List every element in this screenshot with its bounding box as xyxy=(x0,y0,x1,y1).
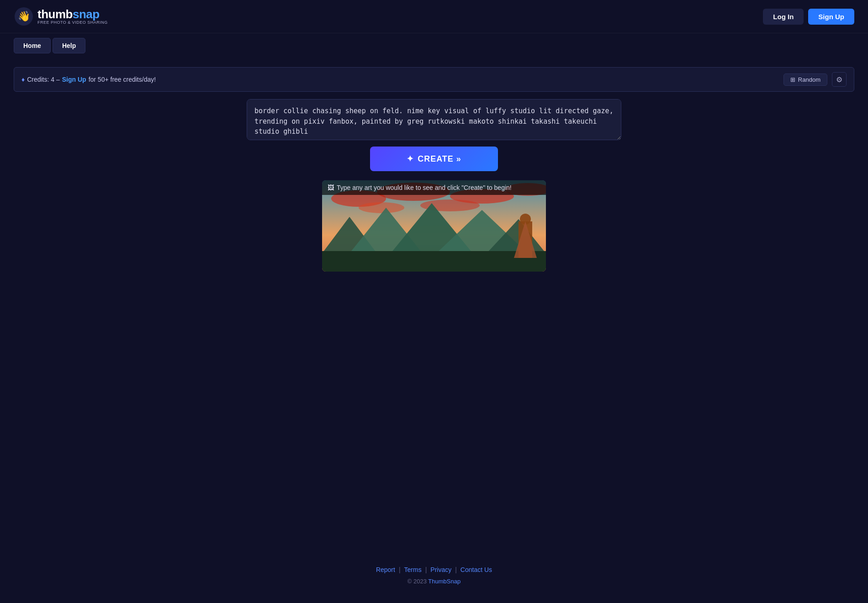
main-nav: Home Help xyxy=(0,33,868,58)
credits-prefix: Credits: 4 – xyxy=(27,76,60,83)
diamond-icon: ♦ xyxy=(21,76,25,83)
preview-area: 🖼 Type any art you would like to see and… xyxy=(322,180,546,272)
nav-help-button[interactable]: Help xyxy=(53,38,85,53)
credits-suffix: for 50+ free credits/day! xyxy=(89,76,156,83)
random-button[interactable]: ⊞ Random xyxy=(783,73,827,86)
logo-text: thumbsnap FREE PHOTO & VIDEO SHARING xyxy=(37,8,108,25)
logo-name: thumbsnap xyxy=(37,8,108,20)
create-button[interactable]: ✦ CREATE » xyxy=(370,147,498,171)
footer-link-contact[interactable]: Contact Us xyxy=(460,566,492,573)
svg-text:👋: 👋 xyxy=(18,10,31,22)
random-icon: ⊞ xyxy=(790,76,795,83)
header-buttons: Log In Sign Up xyxy=(763,9,854,25)
credits-signup-link[interactable]: Sign Up xyxy=(62,76,86,83)
prompt-textarea[interactable]: border collie chasing sheep on feld. nim… xyxy=(247,99,621,140)
preview-placeholder-label: Type any art you would like to see and c… xyxy=(337,184,512,191)
footer-link-report[interactable]: Report xyxy=(376,566,395,573)
footer-brand-link[interactable]: ThumbSnap xyxy=(428,578,460,585)
logo-tagline: FREE PHOTO & VIDEO SHARING xyxy=(37,20,108,25)
main-content: ♦ Credits: 4 – Sign Up for 50+ free cred… xyxy=(0,58,868,552)
login-button[interactable]: Log In xyxy=(763,9,804,25)
header: 👋 thumbsnap FREE PHOTO & VIDEO SHARING L… xyxy=(0,0,868,33)
credits-bar: ♦ Credits: 4 – Sign Up for 50+ free cred… xyxy=(14,67,854,92)
random-label: Random xyxy=(798,76,820,83)
footer-sep-1: | xyxy=(399,566,401,573)
signup-button[interactable]: Sign Up xyxy=(808,9,854,25)
footer-link-terms[interactable]: Terms xyxy=(404,566,422,573)
svg-rect-14 xyxy=(322,251,546,272)
logo-icon: 👋 xyxy=(14,6,34,26)
nav-home-button[interactable]: Home xyxy=(14,38,51,53)
footer-sep-2: | xyxy=(425,566,427,573)
preview-placeholder-icon: 🖼 xyxy=(328,184,334,191)
footer: Report | Terms | Privacy | Contact Us © … xyxy=(0,552,868,603)
settings-button[interactable]: ⚙ xyxy=(832,72,847,87)
create-label: CREATE » xyxy=(418,154,461,164)
create-icon: ✦ xyxy=(407,154,414,164)
preview-placeholder-text: 🖼 Type any art you would like to see and… xyxy=(322,180,546,195)
svg-point-7 xyxy=(359,202,404,213)
gear-icon: ⚙ xyxy=(836,75,842,84)
logo-area: 👋 thumbsnap FREE PHOTO & VIDEO SHARING xyxy=(14,6,108,26)
credits-text: ♦ Credits: 4 – Sign Up for 50+ free cred… xyxy=(21,76,156,83)
footer-sep-3: | xyxy=(455,566,457,573)
credits-right: ⊞ Random ⚙ xyxy=(783,72,847,87)
copyright-text: © 2023 xyxy=(408,578,427,585)
footer-copyright: © 2023 ThumbSnap xyxy=(9,578,859,585)
footer-link-privacy[interactable]: Privacy xyxy=(430,566,451,573)
footer-links: Report | Terms | Privacy | Contact Us xyxy=(9,566,859,573)
